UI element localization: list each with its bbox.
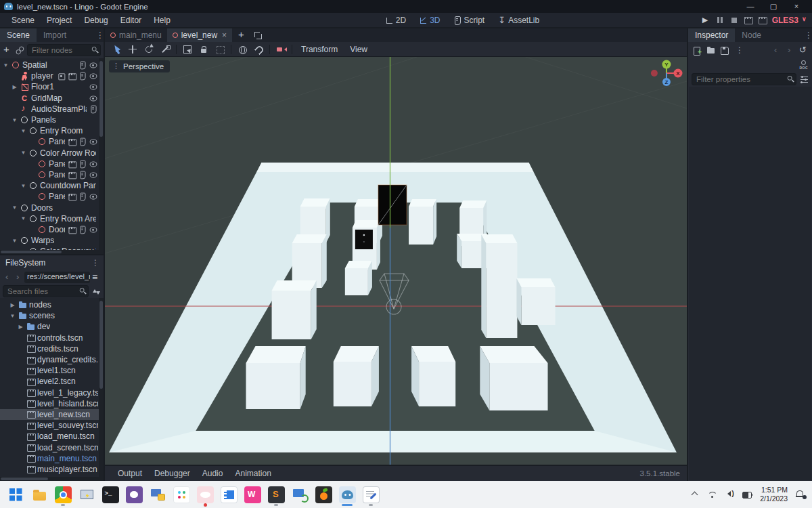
- file-tree-row[interactable]: controls.tscn: [0, 333, 104, 343]
- file-tree-row[interactable]: load_menu.tscn: [0, 431, 104, 442]
- file-tree-row[interactable]: level2.tscn: [0, 376, 104, 387]
- eye-badge-icon[interactable]: [89, 159, 98, 168]
- mode-script-button[interactable]: Script: [448, 16, 490, 25]
- display-mode-icon[interactable]: [91, 272, 101, 282]
- tab-node[interactable]: Node: [735, 28, 768, 42]
- scene-tab-level_new[interactable]: level_new×: [167, 28, 232, 42]
- mode-2d-button[interactable]: 2D: [380, 16, 411, 25]
- menu-project[interactable]: Project: [41, 16, 78, 25]
- script-badge-icon[interactable]: [78, 226, 87, 234]
- taskbar-terminal[interactable]: [102, 483, 119, 507]
- select-tool-button[interactable]: [109, 43, 124, 56]
- eye-badge-icon[interactable]: [89, 61, 98, 70]
- minimize-button[interactable]: —: [739, 2, 762, 11]
- movie-badge-icon[interactable]: [68, 137, 76, 146]
- search-help-icon[interactable]: [798, 60, 808, 70]
- scene-tree-row[interactable]: ▼Panels: [0, 114, 104, 125]
- battery-icon[interactable]: [742, 489, 753, 500]
- mode-assetlib-button[interactable]: AssetLib: [492, 16, 544, 25]
- scene-tree-row[interactable]: Panel_un: [0, 169, 104, 180]
- axis-negx-ball[interactable]: [651, 70, 658, 77]
- scene-tree-row[interactable]: GridMap: [0, 93, 104, 104]
- file-tree-row[interactable]: main_menu.tscn: [0, 453, 104, 464]
- file-tree-row[interactable]: level1.tscn: [0, 365, 104, 376]
- dock-menu-icon[interactable]: [93, 30, 103, 40]
- filter-properties-input[interactable]: [692, 73, 796, 85]
- history-back-button[interactable]: [3, 272, 12, 282]
- scale-tool-button[interactable]: [158, 43, 173, 56]
- scene-tree-row[interactable]: ▼Color Arrow Room: [0, 148, 104, 158]
- tree-expand-icon[interactable]: ▶: [12, 84, 18, 90]
- scene-tree-row[interactable]: Panel_hi: [0, 136, 104, 147]
- taskbar-github-desktop[interactable]: [125, 483, 143, 507]
- tab-import[interactable]: Import: [37, 28, 73, 42]
- taskbar-wampserver[interactable]: [244, 483, 261, 507]
- tab-inspector[interactable]: Inspector: [688, 28, 735, 42]
- eye-badge-icon[interactable]: [89, 137, 98, 146]
- scene-tree-row[interactable]: ▼Doors: [0, 202, 104, 213]
- current-path[interactable]: res://scenes/level_ne: [24, 272, 90, 283]
- load-resource-icon[interactable]: [706, 45, 715, 55]
- eye-badge-icon[interactable]: [89, 72, 98, 81]
- filter-nodes-input[interactable]: [27, 44, 101, 56]
- taskbar-start[interactable]: [7, 483, 24, 507]
- close-button[interactable]: ×: [785, 2, 808, 11]
- pause-button[interactable]: [715, 16, 725, 25]
- tree-collapse-icon[interactable]: ▼: [12, 238, 18, 244]
- tab-scene[interactable]: Scene: [0, 28, 37, 42]
- resource-menu-icon[interactable]: [733, 45, 742, 55]
- script-badge-icon[interactable]: [89, 105, 98, 114]
- selected-panel[interactable]: [378, 185, 407, 225]
- taskbar-godot[interactable]: [338, 483, 356, 507]
- tray-overflow-icon[interactable]: [690, 489, 700, 500]
- scene-tree-row[interactable]: AudioStreamPlayer: [0, 104, 104, 114]
- file-tree-row[interactable]: ▶dev: [0, 321, 104, 332]
- eye-badge-icon[interactable]: [89, 83, 98, 91]
- eye-badge-icon[interactable]: [89, 93, 98, 102]
- file-tree-row[interactable]: load_screen.tscn: [0, 442, 104, 452]
- movie-badge-icon[interactable]: [68, 72, 76, 81]
- taskbar-chrome[interactable]: [54, 483, 72, 507]
- tree-collapse-icon[interactable]: ▼: [20, 215, 26, 221]
- taskbar-fl-studio[interactable]: [315, 483, 332, 507]
- movie-badge-icon[interactable]: [68, 192, 76, 201]
- move-tool-button[interactable]: [125, 43, 140, 56]
- script-badge-icon[interactable]: [78, 137, 87, 146]
- viewport-3d-scene[interactable]: Y X Z: [105, 57, 687, 465]
- instance-scene-button[interactable]: [16, 46, 24, 55]
- file-tree-row[interactable]: dynamic_credits.tscn: [0, 354, 104, 365]
- file-tree-row[interactable]: ▼scenes: [0, 310, 104, 321]
- scene-tree-row[interactable]: player: [0, 70, 104, 81]
- script-badge-icon[interactable]: [78, 192, 87, 201]
- file-tree-row[interactable]: credits.tscn: [0, 343, 104, 354]
- dock-menu-icon[interactable]: [802, 30, 811, 40]
- tree-collapse-icon[interactable]: ▼: [12, 205, 18, 211]
- taskbar-discord[interactable]: [196, 483, 214, 507]
- taskbar-file-explorer[interactable]: [30, 483, 48, 507]
- menu-editor[interactable]: Editor: [114, 16, 148, 25]
- tree-expand-icon[interactable]: ▶: [9, 302, 16, 308]
- add-node-button[interactable]: [3, 45, 12, 55]
- scene-tree-row[interactable]: ▼Warps: [0, 235, 104, 246]
- transform-menu-button[interactable]: Transform: [296, 45, 343, 54]
- object-history-icon[interactable]: [798, 45, 808, 55]
- history-forward-button[interactable]: [14, 272, 23, 282]
- new-resource-icon[interactable]: [692, 45, 702, 55]
- file-tree-row[interactable]: level_new.tscn: [0, 409, 104, 420]
- script-badge-icon[interactable]: [78, 61, 87, 70]
- taskbar-remote-desktop[interactable]: [78, 483, 95, 507]
- script-badge-icon[interactable]: [78, 72, 87, 81]
- tree-collapse-icon[interactable]: ▼: [20, 128, 26, 134]
- globe-tool-button[interactable]: [235, 43, 250, 56]
- file-tree-scrollbar[interactable]: [99, 298, 104, 481]
- notification-bell-icon[interactable]: [794, 489, 805, 500]
- save-resource-icon[interactable]: [719, 45, 729, 55]
- wifi-icon[interactable]: [707, 489, 718, 500]
- new-scene-tab-button[interactable]: [232, 28, 252, 42]
- eye-badge-icon[interactable]: [89, 171, 98, 179]
- lock-tool-button[interactable]: [196, 43, 211, 56]
- file-tree-hscrollbar[interactable]: [0, 477, 99, 481]
- tree-collapse-icon[interactable]: ▼: [20, 183, 26, 189]
- bottom-tab-animation[interactable]: Animation: [229, 469, 277, 478]
- eye-badge-icon[interactable]: [89, 192, 98, 201]
